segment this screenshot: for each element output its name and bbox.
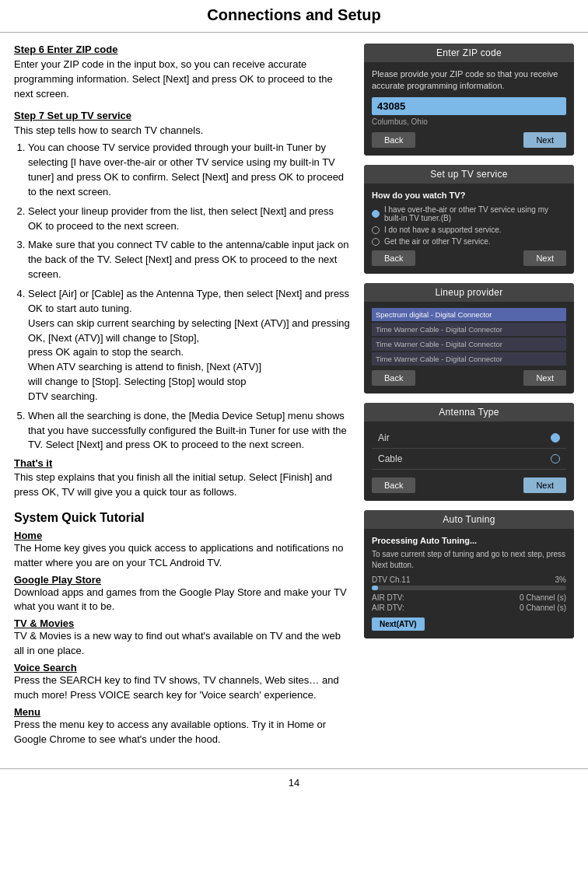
radio-dot-2 (372, 226, 380, 234)
tuning-dtv-row-1: AIR DTV: 0 Channel (s) (372, 603, 566, 612)
list-item: Make sure that you connect TV cable to t… (28, 238, 350, 282)
tutorial-menu: Menu Press the menu key to access any av… (14, 706, 350, 747)
right-column: Enter ZIP code Please provide your ZIP c… (364, 44, 574, 750)
step7-list: You can choose TV service provided throu… (28, 141, 350, 453)
left-column: Step 6 Enter ZIP code Enter your ZIP cod… (14, 44, 350, 750)
page-title: Connections and Setup (0, 0, 588, 33)
lineup-screen: Lineup provider Spectrum digital - Digit… (364, 283, 574, 394)
zip-input[interactable]: 43085 (372, 97, 566, 115)
antenna-radio-air (551, 433, 560, 442)
tuning-row-value-1: 0 Channel (s) (520, 603, 566, 612)
radio-dot-1 (372, 210, 380, 218)
lineup-row-1[interactable]: Time Warner Cable - Digital Connector (372, 323, 566, 336)
tuning-channel-row: DTV Ch.11 3% (372, 575, 566, 584)
tutorial-voice-search-label: Voice Search (14, 662, 77, 673)
lineup-back-button[interactable]: Back (372, 370, 415, 386)
tutorial-home: Home The Home key gives you quick access… (14, 530, 350, 571)
lineup-body: Spectrum digital - Digital Connector Tim… (364, 302, 574, 394)
tv-service-option-1-label: I have over-the-air or other TV service … (384, 205, 566, 222)
tv-service-screen: Set up TV service How do you watch TV? I… (364, 165, 574, 274)
tuning-row-label-0: AIR DTV: (372, 593, 404, 602)
antenna-radio-cable (551, 454, 560, 463)
auto-tuning-screen-title: Auto Tuning (364, 510, 574, 529)
antenna-back-button[interactable]: Back (372, 477, 415, 493)
antenna-option-air[interactable]: Air (372, 428, 566, 449)
antenna-next-button[interactable]: Next (523, 477, 566, 493)
tutorial-home-text: The Home key gives you quick access to a… (14, 541, 350, 571)
zip-btn-row: Back Next (372, 132, 566, 148)
antenna-option-cable[interactable]: Cable (372, 449, 566, 470)
antenna-btn-row: Back Next (372, 477, 566, 493)
tuning-progress-bar-bg (372, 586, 566, 590)
list-item: Select your lineup provider from the lis… (28, 205, 350, 234)
tuning-progress-pct: 3% (555, 575, 566, 584)
tutorial-home-label: Home (14, 530, 42, 541)
thats-it-text: This step explains that you finish all t… (14, 470, 350, 500)
tv-service-option-2-label: I do not have a supported service. (384, 226, 502, 234)
zip-code-screen: Enter ZIP code Please provide your ZIP c… (364, 44, 574, 156)
antenna-option-cable-label: Cable (378, 453, 402, 464)
zip-next-button[interactable]: Next (523, 132, 566, 148)
tuning-channel-label: DTV Ch.11 (372, 575, 410, 584)
tv-service-btn-row: Back Next (372, 250, 566, 266)
tuning-row-label-1: AIR DTV: (372, 603, 404, 612)
page-footer: 14 (0, 768, 588, 796)
tutorial-tv-movies-text: TV & Movies is a new way to find out wha… (14, 629, 350, 659)
radio-dot-3 (372, 238, 380, 246)
tv-service-option-2[interactable]: I do not have a supported service. (372, 226, 566, 234)
zip-screen-body: Please provide your ZIP code so that you… (364, 62, 574, 156)
lineup-next-button[interactable]: Next (523, 370, 566, 386)
antenna-screen-title: Antenna Type (364, 403, 574, 422)
tutorial-menu-label: Menu (14, 706, 40, 718)
tutorial-google-play: Google Play Store Download apps and game… (14, 574, 350, 615)
zip-back-button[interactable]: Back (372, 132, 415, 148)
tv-service-screen-title: Set up TV service (364, 165, 574, 184)
list-item: You can choose TV service provided throu… (28, 141, 350, 199)
tv-service-option-1[interactable]: I have over-the-air or other TV service … (372, 205, 566, 222)
auto-tuning-status: Processing Auto Tuning... (372, 535, 566, 547)
tutorial-voice-search-text: Press the SEARCH key to find TV shows, T… (14, 673, 350, 703)
tutorial-voice-search: Voice Search Press the SEARCH key to fin… (14, 662, 350, 703)
antenna-body: Air Cable Back Next (364, 422, 574, 501)
lineup-row-0[interactable]: Spectrum digital - Digital Connector (372, 308, 566, 321)
tv-service-option-3-label: Get the air or other TV service. (384, 237, 491, 246)
lineup-screen-title: Lineup provider (364, 283, 574, 302)
tv-service-question: How do you watch TV? (372, 190, 566, 201)
tutorial-menu-text: Press the menu key to access any availab… (14, 718, 350, 747)
list-item: When all the searching is done, the [Med… (28, 409, 350, 453)
step6-text: Enter your ZIP code in the input box, so… (14, 58, 350, 102)
zip-subtext: Columbus, Ohio (372, 117, 566, 126)
tutorial-google-play-label: Google Play Store (14, 574, 101, 586)
tv-service-back-button[interactable]: Back (372, 250, 415, 266)
antenna-option-air-label: Air (378, 432, 390, 443)
step7-heading: Step 7 Set up TV service (14, 110, 350, 121)
tutorial-google-play-text: Download apps and games from the Google … (14, 586, 350, 615)
lineup-row-3[interactable]: Time Warner Cable - Digital Connector (372, 352, 566, 366)
lineup-row-2[interactable]: Time Warner Cable - Digital Connector (372, 338, 566, 351)
zip-screen-title: Enter ZIP code (364, 44, 574, 62)
tv-service-option-3[interactable]: Get the air or other TV service. (372, 237, 566, 246)
step7-intro: This step tells how to search TV channel… (14, 124, 350, 138)
zip-description: Please provide your ZIP code so that you… (372, 68, 566, 93)
thats-it-heading: That's it (14, 457, 350, 469)
tv-service-next-button[interactable]: Next (523, 250, 566, 266)
tuning-progress-bar-fill (372, 586, 378, 590)
antenna-screen: Antenna Type Air Cable Back Next (364, 403, 574, 501)
tutorial-tv-movies-label: TV & Movies (14, 617, 74, 629)
auto-tuning-body: Processing Auto Tuning... To save curren… (364, 529, 574, 638)
next-atv-btn[interactable]: Next(ATV) (372, 617, 425, 631)
tuning-row-value-0: 0 Channel (s) (520, 593, 566, 602)
tuning-dtv-row-0: AIR DTV: 0 Channel (s) (372, 593, 566, 602)
auto-tuning-screen: Auto Tuning Processing Auto Tuning... To… (364, 510, 574, 638)
tv-service-body: How do you watch TV? I have over-the-air… (364, 184, 574, 274)
tutorial-heading: System Quick Tutorial (14, 511, 350, 525)
list-item: Select [Air] or [Cable] as the Antenna T… (28, 287, 350, 404)
step6-heading: Step 6 Enter ZIP code (14, 44, 350, 55)
auto-tuning-instruction: To save current step of tuning and go to… (372, 549, 566, 571)
lineup-btn-row: Back Next (372, 370, 566, 386)
tutorial-tv-movies: TV & Movies TV & Movies is a new way to … (14, 617, 350, 659)
